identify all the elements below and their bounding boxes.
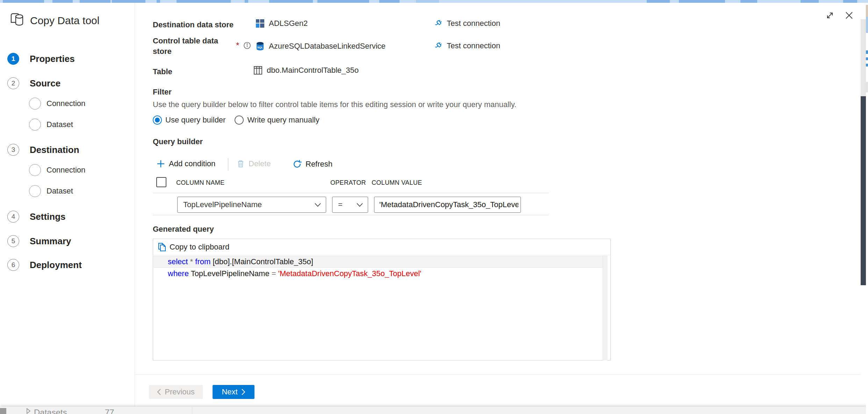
table-label: Table bbox=[153, 67, 172, 76]
sidebar-step-settings[interactable]: 4 Settings bbox=[7, 211, 66, 223]
sidebar-step-deployment[interactable]: 6 Deployment bbox=[7, 259, 82, 271]
sql-line-1: select * from [dbo].[MainControlTable_35… bbox=[168, 257, 313, 267]
radio-label: Use query builder bbox=[165, 115, 225, 125]
filter-description: Use the query builder below to filter co… bbox=[153, 100, 516, 109]
substep-circle bbox=[29, 164, 41, 176]
substep-label: Connection bbox=[46, 166, 85, 175]
background-top-strip bbox=[0, 0, 868, 3]
sql-line-2: where TopLevelPipelineName = 'MetadataDr… bbox=[168, 269, 421, 279]
sidebar-step-destination[interactable]: 3 Destination bbox=[7, 144, 79, 156]
query-builder-heading: Query builder bbox=[153, 137, 203, 146]
chevron-down-icon bbox=[315, 203, 321, 207]
plug-icon bbox=[433, 41, 443, 50]
substep-circle bbox=[29, 119, 41, 131]
column-value-input[interactable] bbox=[374, 197, 521, 213]
step-number-badge: 6 bbox=[7, 259, 19, 271]
chevron-down-icon bbox=[357, 203, 363, 207]
delete-label: Delete bbox=[249, 159, 271, 168]
expand-icon[interactable] bbox=[826, 12, 834, 19]
copy-data-tool-screen: Copy Data tool 1 Properties 2 Source Con… bbox=[0, 0, 868, 414]
sidebar-item-destination-dataset[interactable]: Dataset bbox=[29, 185, 73, 197]
page-title: Copy Data tool bbox=[30, 15, 99, 27]
step-label: Deployment bbox=[30, 260, 82, 271]
chevron-left-icon bbox=[157, 388, 161, 395]
operator-dropdown[interactable]: = bbox=[332, 197, 368, 213]
step-number-badge: 5 bbox=[7, 235, 19, 247]
substep-label: Connection bbox=[46, 99, 85, 108]
operator-value: = bbox=[338, 200, 357, 209]
substep-circle bbox=[29, 98, 41, 110]
previous-button[interactable]: Previous bbox=[149, 385, 203, 399]
column-name-dropdown[interactable]: TopLevelPipelineName bbox=[177, 197, 326, 213]
background-scrollbar-fragment bbox=[0, 408, 6, 414]
column-name-value: TopLevelPipelineName bbox=[183, 200, 315, 209]
destination-data-store-value: ADLSGen2 bbox=[269, 19, 308, 28]
azure-sql-icon: SQL bbox=[256, 41, 265, 51]
select-all-checkbox[interactable] bbox=[156, 177, 166, 187]
close-icon[interactable] bbox=[845, 11, 854, 20]
step-label: Settings bbox=[30, 211, 66, 222]
radio-use-query-builder[interactable]: Use query builder bbox=[153, 115, 225, 125]
step-label: Source bbox=[30, 78, 60, 89]
substep-label: Dataset bbox=[46, 187, 73, 196]
step-number-badge: 1 bbox=[7, 53, 19, 65]
column-header-operator: OPERATOR bbox=[330, 179, 366, 187]
substep-circle bbox=[29, 185, 41, 197]
generated-query-editor[interactable]: Copy to clipboard select * from [dbo].[M… bbox=[153, 239, 611, 360]
strip-divider bbox=[192, 407, 192, 414]
grid-header-divider bbox=[153, 193, 549, 193]
radio-unselected-icon bbox=[235, 115, 244, 125]
control-table-store-label: Control table data store bbox=[153, 36, 228, 57]
add-condition-button[interactable]: Add condition bbox=[156, 159, 215, 168]
next-button[interactable]: Next bbox=[213, 385, 254, 399]
generated-query-heading: Generated query bbox=[153, 225, 214, 234]
datasets-label: Datasets bbox=[34, 408, 67, 414]
sidebar-step-properties[interactable]: 1 Properties bbox=[7, 53, 75, 65]
substep-label: Dataset bbox=[46, 120, 73, 129]
step-label: Destination bbox=[30, 145, 79, 155]
editor-scrollbar-strip[interactable] bbox=[603, 255, 608, 360]
scrollbar-track[interactable] bbox=[861, 19, 866, 96]
scrollbar-thumb[interactable] bbox=[861, 96, 866, 285]
delete-button[interactable]: Delete bbox=[236, 159, 271, 168]
refresh-label: Refresh bbox=[306, 160, 332, 169]
plug-icon bbox=[433, 19, 443, 28]
refresh-button[interactable]: Refresh bbox=[292, 159, 332, 169]
step-number-badge: 3 bbox=[7, 144, 19, 156]
background-bottom-strip: Datasets 77 bbox=[0, 407, 868, 414]
toolbar-divider bbox=[228, 158, 228, 171]
copy-icon bbox=[158, 243, 166, 252]
step-number-badge: 4 bbox=[7, 211, 19, 223]
previous-label: Previous bbox=[165, 387, 195, 397]
grid-row-divider bbox=[153, 215, 549, 215]
table-icon bbox=[253, 66, 263, 75]
test-connection-destination[interactable]: Test connection bbox=[433, 19, 500, 28]
test-connection-label: Test connection bbox=[447, 41, 500, 50]
footer-divider bbox=[135, 374, 861, 375]
column-header-name: COLUMN NAME bbox=[176, 179, 224, 187]
filter-heading: Filter bbox=[153, 87, 172, 97]
trash-icon bbox=[236, 159, 245, 168]
required-asterisk: * bbox=[236, 41, 239, 50]
sidebar-step-summary[interactable]: 5 Summary bbox=[7, 235, 71, 247]
background-right-sliver bbox=[866, 3, 868, 414]
step-number-badge: 2 bbox=[7, 77, 19, 89]
svg-text:SQL: SQL bbox=[257, 46, 263, 49]
test-connection-control-table[interactable]: Test connection bbox=[433, 41, 500, 50]
copy-to-clipboard-label: Copy to clipboard bbox=[170, 243, 229, 252]
destination-data-store-label: Destination data store bbox=[153, 20, 234, 29]
copy-data-logo-icon bbox=[10, 12, 25, 27]
plus-icon bbox=[156, 159, 165, 168]
adlsgen2-icon bbox=[256, 19, 265, 28]
copy-to-clipboard-button[interactable]: Copy to clipboard bbox=[153, 239, 610, 255]
info-icon[interactable] bbox=[243, 42, 251, 49]
radio-write-query-manually[interactable]: Write query manually bbox=[235, 115, 319, 125]
sidebar-item-source-dataset[interactable]: Dataset bbox=[29, 119, 73, 131]
add-condition-label: Add condition bbox=[169, 159, 215, 168]
sidebar-item-source-connection[interactable]: Connection bbox=[29, 98, 85, 110]
column-header-value: COLUMN VALUE bbox=[372, 179, 422, 187]
radio-selected-icon bbox=[153, 115, 162, 125]
sidebar-item-destination-connection[interactable]: Connection bbox=[29, 164, 85, 176]
refresh-icon bbox=[292, 159, 302, 169]
sidebar-step-source[interactable]: 2 Source bbox=[7, 77, 60, 89]
